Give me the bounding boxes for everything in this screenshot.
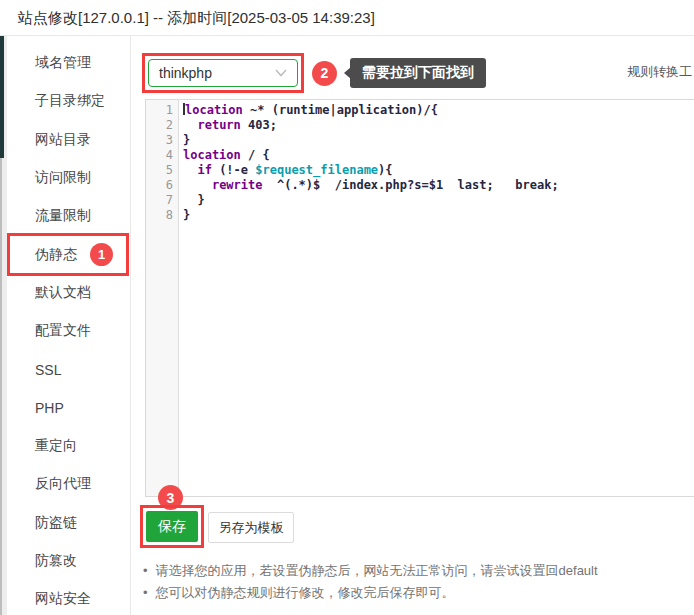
sidebar-item-label: 伪静态 [35, 246, 77, 264]
sidebar-item-10[interactable]: PHP [7, 389, 130, 427]
sidebar-item-11[interactable]: 重定向 [7, 427, 130, 465]
step-badge-2: 2 [312, 61, 337, 86]
line-number: 7 [146, 193, 179, 208]
help-note-2: •您可以对伪静态规则进行修改，修改完后保存即可。 [143, 582, 684, 604]
code-text: } [179, 133, 190, 148]
code-text: location ~* (runtime|application)/{ [179, 103, 438, 118]
rewrite-template-select[interactable]: thinkphp [148, 59, 298, 87]
sidebar-item-8[interactable]: 配置文件 [7, 312, 130, 350]
annotation-box-select: thinkphp [142, 53, 304, 93]
sidebar-item-label: 防盗链 [35, 514, 77, 532]
rewrite-template-value: thinkphp [159, 65, 212, 81]
help-note-text: 您可以对伪静态规则进行修改，修改完后保存即可。 [156, 582, 455, 604]
code-line-4: 4location / { [146, 148, 694, 163]
bullet-icon: • [143, 560, 148, 582]
rule-converter-link[interactable]: 规则转换工 [627, 63, 692, 81]
code-line-2: 2 return 403; [146, 118, 694, 133]
code-line-7: 7 } [146, 193, 694, 208]
save-button[interactable]: 保存 [146, 511, 198, 542]
sidebar-item-label: 网站安全 [35, 590, 91, 608]
sidebar-item-15[interactable]: 网站安全 [7, 580, 130, 615]
line-number: 1 [146, 103, 179, 118]
sidebar-item-label: 域名管理 [35, 54, 91, 72]
sidebar-item-label: 默认文档 [35, 284, 91, 302]
help-note-1: •请选择您的应用，若设置伪静态后，网站无法正常访问，请尝试设置回default [143, 560, 684, 582]
line-number: 2 [146, 118, 179, 133]
sidebar-item-label: 子目录绑定 [35, 92, 105, 110]
step-badge-1: 1 [90, 243, 113, 266]
sidebar-item-label: PHP [35, 400, 64, 416]
code-line-1: 1location ~* (runtime|application)/{ [146, 103, 694, 118]
sidebar-item-label: SSL [35, 362, 61, 378]
sidebar-item-label: 网站目录 [35, 131, 91, 149]
code-text: if (!-e $request_filename){ [179, 163, 393, 178]
sidebar-item-label: 访问限制 [35, 169, 91, 187]
sidebar-item-9[interactable]: SSL [7, 350, 130, 388]
sidebar-item-3[interactable]: 网站目录 [7, 121, 130, 159]
rewrite-rule-editor[interactable]: 1location ~* (runtime|application)/{2 re… [145, 99, 694, 497]
sidebar-item-6[interactable]: 伪静态1 [7, 235, 130, 273]
code-text: return 403; [179, 118, 277, 133]
sidebar-item-4[interactable]: 访问限制 [7, 159, 130, 197]
sidebar-item-2[interactable]: 子目录绑定 [7, 82, 130, 120]
sidebar-item-14[interactable]: 防篡改 [7, 542, 130, 580]
sidebar-item-label: 重定向 [35, 437, 77, 455]
line-number: 4 [146, 148, 179, 163]
settings-sidebar: 域名管理子目录绑定网站目录访问限制流量限制伪静态1默认文档配置文件SSLPHP重… [7, 36, 131, 615]
line-number: 8 [146, 208, 179, 223]
code-line-8: 8} [146, 208, 694, 223]
dialog-title: 站点修改[127.0.0.1] -- 添加时间[2025-03-05 14:39… [0, 0, 694, 36]
code-text: } [179, 208, 190, 223]
code-text: rewrite ^(.*)$ /index.php?s=$1 last; bre… [179, 178, 559, 193]
save-as-template-button[interactable]: 另存为模板 [208, 512, 294, 543]
line-number: 3 [146, 133, 179, 148]
background-panel-strip [0, 36, 4, 158]
annotation-box-save: 保存 [140, 505, 204, 548]
sidebar-item-label: 防篡改 [35, 552, 77, 570]
sidebar-item-13[interactable]: 防盗链 [7, 504, 130, 542]
code-text: location / { [179, 148, 270, 163]
sidebar-item-5[interactable]: 流量限制 [7, 197, 130, 235]
sidebar-item-1[interactable]: 域名管理 [7, 44, 130, 82]
line-number: 5 [146, 163, 179, 178]
sidebar-item-label: 流量限制 [35, 207, 91, 225]
main-panel: thinkphp 2 需要拉到下面找到 规则转换工 1location ~* (… [131, 36, 694, 615]
line-number: 6 [146, 178, 179, 193]
sidebar-item-label: 反向代理 [35, 475, 91, 493]
sidebar-item-12[interactable]: 反向代理 [7, 465, 130, 503]
sidebar-item-label: 配置文件 [35, 322, 91, 340]
code-text: } [179, 193, 205, 208]
chevron-down-icon [275, 69, 287, 77]
rewrite-toolbar: thinkphp 2 需要拉到下面找到 [142, 53, 486, 93]
sidebar-item-7[interactable]: 默认文档 [7, 274, 130, 312]
code-line-6: 6 rewrite ^(.*)$ /index.php?s=$1 last; b… [146, 178, 694, 193]
help-note-text: 请选择您的应用，若设置伪静态后，网站无法正常访问，请尝试设置回default [156, 560, 598, 582]
help-notes: •请选择您的应用，若设置伪静态后，网站无法正常访问，请尝试设置回default•… [143, 560, 684, 604]
editor-code: 1location ~* (runtime|application)/{2 re… [146, 100, 694, 223]
bullet-icon: • [143, 582, 148, 604]
code-line-5: 5 if (!-e $request_filename){ [146, 163, 694, 178]
code-line-3: 3} [146, 133, 694, 148]
annotation-tooltip: 需要拉到下面找到 [350, 58, 486, 88]
